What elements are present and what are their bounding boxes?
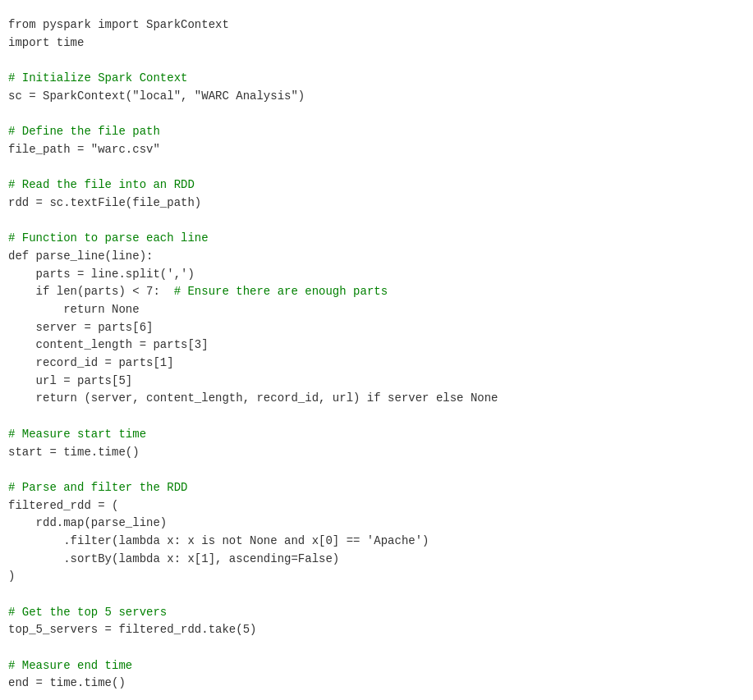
code-line: top_5_servers = filtered_rdd.take(5) [8, 621, 745, 639]
code-line: end = time.time() [8, 675, 745, 693]
code-line [8, 586, 745, 604]
code-line: url = parts[5] [8, 373, 745, 391]
code-line: .filter(lambda x: x is not None and x[0]… [8, 533, 745, 551]
code-line [8, 213, 745, 231]
code-line: server = parts[6] [8, 319, 745, 337]
code-line [8, 693, 745, 700]
code-line [8, 461, 745, 479]
code-editor: from pyspark import SparkContextimport t… [8, 16, 745, 700]
code-line: from pyspark import SparkContext [8, 16, 745, 34]
code-line: start = time.time() [8, 444, 745, 462]
code-line: # Function to parse each line [8, 230, 745, 248]
code-line [8, 639, 745, 657]
code-line: # Read the file into an RDD [8, 176, 745, 194]
code-line: file_path = "warc.csv" [8, 141, 745, 159]
code-line: def parse_line(line): [8, 248, 745, 266]
code-line: filtered_rdd = ( [8, 497, 745, 515]
code-line [8, 159, 745, 177]
code-line: content_length = parts[3] [8, 336, 745, 355]
code-line [8, 408, 745, 426]
code-line: # Define the file path [8, 123, 745, 141]
code-line: # Get the top 5 servers [8, 604, 745, 622]
code-line: sc = SparkContext("local", "WARC Analysi… [8, 88, 745, 106]
code-line: return (server, content_length, record_i… [8, 390, 745, 408]
code-line: # Parse and filter the RDD [8, 479, 745, 497]
code-line: rdd.map(parse_line) [8, 515, 745, 533]
code-line: return None [8, 301, 745, 319]
code-line: # Initialize Spark Context [8, 70, 745, 88]
code-line: # Measure start time [8, 426, 745, 444]
code-line [8, 52, 745, 70]
code-line: # Measure end time [8, 657, 745, 675]
code-line [8, 105, 745, 123]
comment-part: # Ensure there are enough parts [174, 285, 388, 298]
code-line: if len(parts) < 7: # Ensure there are en… [8, 283, 745, 301]
code-line: parts = line.split(',') [8, 266, 745, 284]
code-line: record_id = parts[1] [8, 355, 745, 373]
code-line: .sortBy(lambda x: x[1], ascending=False) [8, 551, 745, 569]
code-part: if len(parts) < 7: [8, 285, 174, 298]
code-line: ) [8, 568, 745, 586]
code-line: import time [8, 34, 745, 53]
code-line: rdd = sc.textFile(file_path) [8, 194, 745, 213]
